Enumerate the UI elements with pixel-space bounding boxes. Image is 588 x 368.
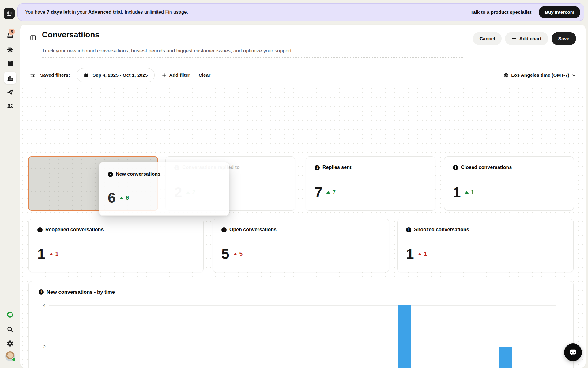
metric-delta: 1 — [471, 189, 474, 196]
add-filter-label: Add filter — [169, 72, 190, 78]
filters-icon — [30, 72, 36, 78]
app-window: 5 — [0, 0, 588, 368]
globe-icon — [503, 73, 509, 78]
intercom-logo[interactable] — [4, 8, 15, 19]
banner-prefix: You have — [25, 10, 47, 15]
info-icon: i — [315, 165, 320, 170]
chart-title: i New conversations - by time — [39, 289, 115, 295]
collapse-sidebar-icon[interactable] — [30, 34, 36, 41]
metric-value: 5 — [221, 246, 229, 262]
cancel-button[interactable]: Cancel — [473, 32, 502, 45]
fin-ai-icon[interactable] — [6, 46, 14, 53]
banner-days-left: 7 days left — [47, 10, 71, 15]
page-subtitle[interactable]: Track your new inbound conversations, bu… — [42, 44, 463, 58]
banner-suffix: . Includes unlimited Fin usage. — [122, 10, 188, 15]
date-range-filter[interactable]: Sep 4, 2025 - Oct 1, 2025 — [77, 68, 155, 82]
add-chart-button[interactable]: Add chart — [505, 32, 548, 45]
online-status-dot — [12, 358, 16, 362]
metric-delta: 5 — [239, 251, 243, 257]
talk-to-specialist-link[interactable]: Talk to a product specialist — [470, 10, 531, 15]
trend-up-icon — [119, 197, 124, 199]
inbox-badge: 5 — [9, 29, 15, 35]
clear-filters-button[interactable]: Clear — [198, 72, 210, 78]
header-actions: Cancel Add chart Save — [473, 32, 576, 45]
trend-up-icon — [49, 253, 53, 255]
metric-delta: 1 — [424, 251, 428, 257]
timezone-label: Los Angeles time (GMT-7) — [511, 72, 569, 78]
chart-plot: 420 — [49, 305, 556, 368]
dragged-metric-card-new-conversations[interactable]: iNew conversations 66 — [99, 162, 229, 216]
metric-delta: 7 — [333, 189, 336, 196]
trial-banner-text: You have 7 days left in your Advanced tr… — [25, 10, 470, 15]
plus-icon — [162, 73, 167, 78]
banner-mid: in your — [71, 10, 88, 15]
metric-card-replies-sent[interactable]: iReplies sent 77 — [306, 156, 435, 211]
metric-card-closed-conversations[interactable]: iClosed conversations 11 — [444, 156, 574, 211]
bar-sep-22[interactable] — [398, 305, 411, 368]
saved-filters-label: Saved filters: — [40, 72, 70, 78]
info-icon: i — [406, 227, 411, 232]
messenger-chat-icon — [568, 348, 578, 357]
metric-card-reopened-conversations[interactable]: iReopened conversations 11 — [28, 219, 204, 272]
metric-delta: 6 — [126, 194, 129, 201]
messenger-launcher-button[interactable] — [564, 343, 582, 361]
metric-delta: 1 — [55, 251, 59, 257]
settings-icon[interactable] — [6, 340, 14, 347]
info-icon: i — [453, 165, 458, 170]
metric-value: 7 — [315, 184, 322, 201]
metric-card-snoozed-conversations[interactable]: iSnoozed conversations 11 — [397, 219, 574, 272]
intercom-logo-glyph — [6, 10, 13, 17]
report-header: Conversatiions Track your new inbound co… — [42, 30, 463, 58]
info-icon: i — [39, 289, 44, 295]
timezone-selector[interactable]: Los Angeles time (GMT-7) — [503, 72, 576, 78]
plus-icon — [512, 36, 517, 41]
calendar-icon — [84, 73, 89, 78]
trial-banner: You have 7 days left in your Advanced tr… — [17, 3, 584, 21]
date-range-label: Sep 4, 2025 - Oct 1, 2025 — [92, 72, 148, 78]
knowledge-icon[interactable] — [6, 60, 14, 67]
outbound-icon[interactable] — [6, 88, 14, 96]
dashboard-canvas: iConversations replied to 22 iReplies se… — [20, 86, 586, 368]
metric-label: Replies sent — [322, 165, 351, 170]
reports-icon[interactable] — [6, 74, 14, 82]
chevron-down-icon — [572, 73, 576, 77]
advanced-trial-link[interactable]: Advanced trial — [88, 10, 122, 15]
filter-bar: Saved filters: Sep 4, 2025 - Oct 1, 2025… — [30, 67, 576, 83]
metric-value: 1 — [406, 246, 414, 262]
add-chart-label: Add chart — [519, 36, 541, 41]
sidebar: 5 — [0, 0, 20, 368]
metric-label: Reopened conversations — [45, 227, 104, 232]
gridline-4 — [49, 305, 556, 306]
page-title[interactable]: Conversatiions — [42, 30, 463, 44]
metric-label: Snoozed conversations — [414, 227, 469, 232]
contacts-icon[interactable] — [6, 102, 14, 109]
metric-card-open-conversations[interactable]: iOpen conversations 55 — [213, 219, 389, 272]
metric-label: Closed conversations — [461, 165, 512, 170]
y-tick-label: 4 — [36, 303, 46, 308]
info-icon: i — [37, 227, 43, 232]
main-panel: Conversatiions Track your new inbound co… — [20, 25, 586, 368]
chart-card-new-conversations-by-time[interactable]: i New conversations - by time 420 Sep 1S… — [28, 281, 574, 368]
trend-up-icon — [418, 253, 422, 255]
metric-label: New conversations — [116, 171, 160, 177]
user-avatar[interactable] — [5, 351, 15, 361]
metric-value: 6 — [108, 190, 115, 206]
trend-up-icon — [465, 191, 469, 194]
gridline-2 — [49, 347, 556, 347]
add-filter-button[interactable]: Add filter — [162, 72, 190, 78]
chart-title-label: New conversations - by time — [47, 289, 115, 295]
info-icon: i — [221, 227, 227, 232]
metric-value: 1 — [37, 246, 45, 262]
info-icon: i — [108, 172, 113, 177]
y-tick-label: 2 — [36, 344, 46, 349]
buy-intercom-button[interactable]: Buy Intercom — [539, 6, 580, 18]
search-icon[interactable] — [6, 326, 14, 333]
metric-label: Open conversations — [229, 227, 277, 232]
metric-value: 1 — [453, 184, 461, 201]
switch-icon[interactable] — [6, 311, 14, 318]
trend-up-icon — [233, 253, 237, 255]
trend-up-icon — [326, 191, 330, 194]
bar-sep-29[interactable] — [499, 347, 512, 368]
save-button[interactable]: Save — [552, 32, 576, 45]
